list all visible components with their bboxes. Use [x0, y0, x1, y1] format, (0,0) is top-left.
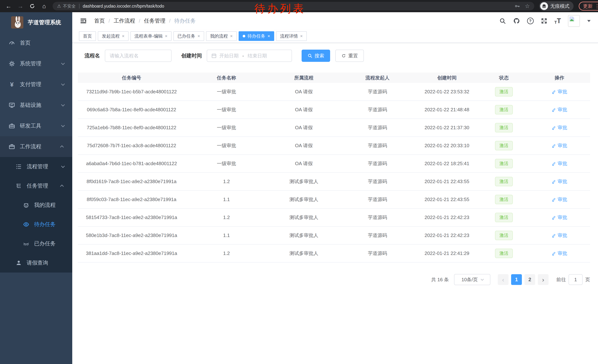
sidebar-item-todo-tasks[interactable]: 待办任务: [0, 215, 72, 234]
incognito-icon: [540, 2, 548, 10]
person-icon: [15, 259, 22, 267]
approve-link[interactable]: 审批: [552, 232, 567, 239]
status-badge: 激活: [495, 249, 513, 258]
tab[interactable]: 待办任务 ×: [239, 31, 274, 41]
bookmark-star-icon[interactable]: ☆: [525, 3, 530, 9]
goto-label: 前往: [556, 276, 566, 283]
cell-task-name: 一级审批: [185, 89, 268, 95]
yen-icon: ¥: [8, 81, 15, 88]
page-size-select[interactable]: 10条/页: [454, 274, 490, 285]
screenshot-stage: ← → ⌂ ⚠ 不安全 dashboard.yudao.iocoder.cn/b…: [0, 0, 598, 364]
cell-starter: 芋道源码: [340, 106, 415, 113]
tab[interactable]: 已办任务 ×: [173, 31, 204, 41]
breadcrumb-home[interactable]: 首页: [94, 17, 105, 25]
cell-starter: 芋道源码: [340, 160, 415, 167]
help-icon[interactable]: ?: [527, 18, 534, 24]
sidebar-item-workflow[interactable]: 工作流程: [0, 136, 72, 157]
browser-back-button[interactable]: ←: [3, 1, 14, 11]
sidebar-item-done-tasks[interactable]: 已办任务: [0, 234, 72, 253]
tab[interactable]: 我的流程 ×: [206, 31, 237, 41]
date-separator: -: [242, 53, 244, 59]
approve-link[interactable]: 审批: [552, 196, 567, 203]
prev-page-button[interactable]: ‹: [498, 274, 508, 285]
cell-starter: 芋道源码: [340, 178, 415, 185]
breadcrumb-workflow[interactable]: 工作流程: [114, 17, 135, 25]
tab-close-icon[interactable]: ×: [300, 34, 303, 38]
approve-link[interactable]: 审批: [552, 250, 567, 257]
cell-task-id: 75d72608-7b7f-11ec-a3c8-acde48001122: [78, 143, 185, 148]
tab-close-icon[interactable]: ×: [267, 34, 270, 38]
reload-icon: [29, 3, 35, 9]
tab-close-icon[interactable]: ×: [230, 34, 233, 38]
tab-close-icon[interactable]: ×: [165, 34, 167, 38]
browser-update-button[interactable]: 更新 ⋮: [579, 2, 598, 11]
process-name-label: 流程名: [84, 52, 100, 59]
tab[interactable]: 流程详情 ×: [276, 31, 307, 41]
tab-close-icon[interactable]: ×: [122, 34, 125, 38]
browser-reload-button[interactable]: [27, 1, 37, 11]
chevron-up-icon: [60, 185, 64, 188]
sidebar-item-process-management[interactable]: 流程管理: [0, 157, 72, 176]
cell-task-name: 1.1: [185, 233, 268, 238]
goto-page-input[interactable]: [569, 274, 583, 285]
cell-process: OA 请假: [268, 142, 340, 149]
security-label[interactable]: 不安全: [63, 3, 76, 9]
browser-forward-button[interactable]: →: [15, 1, 25, 11]
tab[interactable]: 首页 ×: [79, 31, 96, 41]
breadcrumb-current: 待办任务: [174, 17, 196, 25]
process-name-input[interactable]: [105, 50, 172, 62]
browser-menu-dots-icon[interactable]: ⋮: [594, 4, 598, 9]
date-range-picker[interactable]: 开始日期 - 结束日期: [207, 50, 292, 62]
start-date-placeholder[interactable]: 开始日期: [219, 53, 239, 59]
cell-created: 2022-01-21 22:43:55: [415, 179, 479, 184]
sidebar-item-payment[interactable]: ¥ 支付管理: [0, 74, 72, 95]
cell-status: 激活: [479, 123, 529, 132]
page-button-1[interactable]: 1: [511, 274, 522, 285]
sidebar-item-task-management[interactable]: 任务管理: [0, 176, 72, 195]
password-key-icon[interactable]: [515, 3, 520, 9]
sidebar-item-system[interactable]: 系统管理: [0, 53, 72, 74]
approve-link[interactable]: 审批: [552, 106, 567, 113]
sidebar-item-leave-query[interactable]: 请假查询: [0, 253, 72, 273]
end-date-placeholder[interactable]: 结束日期: [248, 53, 267, 59]
page-button-2[interactable]: 2: [524, 274, 535, 285]
avatar-caret-icon[interactable]: [587, 20, 590, 22]
breadcrumb-task-management[interactable]: 任务管理: [144, 17, 166, 25]
tab[interactable]: 流程表单-编辑 ×: [130, 31, 172, 41]
cell-starter: 芋道源码: [340, 89, 415, 95]
avatar[interactable]: [568, 15, 580, 27]
cell-created: 2022-01-22 21:37:30: [415, 125, 479, 130]
edit-pen-icon: [552, 126, 556, 130]
cell-process: 测试多审批人: [268, 196, 340, 203]
sidebar-item-devtools[interactable]: 研发工具: [0, 115, 72, 136]
cell-starter: 芋道源码: [340, 232, 415, 239]
tab-close-icon[interactable]: ×: [198, 34, 200, 38]
search-button[interactable]: 搜索: [302, 50, 330, 62]
sidebar-fold-button[interactable]: [80, 17, 87, 25]
github-icon[interactable]: [513, 17, 520, 24]
header-actions: ? TT: [499, 15, 590, 27]
app-logo-row[interactable]: 芋道管理系统: [0, 12, 72, 32]
table-header-row: 任务编号 任务名称 所属流程 流程发起人 创建时间 状态 操作: [78, 73, 590, 83]
edit-pen-icon: [552, 162, 556, 166]
reset-button[interactable]: 重置: [335, 50, 364, 62]
browser-address-bar[interactable]: ⚠ 不安全 dashboard.yudao.iocoder.cn/bpm/tas…: [53, 2, 534, 10]
sidebar-item-my-process[interactable]: 我的流程: [0, 195, 72, 215]
search-icon[interactable]: [499, 18, 506, 24]
url-text[interactable]: dashboard.yudao.iocoder.cn/bpm/task/todo: [83, 4, 510, 9]
approve-link[interactable]: 审批: [552, 214, 567, 221]
approve-link[interactable]: 审批: [552, 160, 567, 167]
edit-pen-icon: [552, 215, 556, 220]
cell-actions: 审批: [529, 250, 590, 257]
approve-link[interactable]: 审批: [552, 178, 567, 185]
sidebar-item-home[interactable]: 首页: [0, 32, 72, 53]
sidebar-item-infrastructure[interactable]: 基础设施: [0, 95, 72, 115]
approve-link[interactable]: 审批: [552, 142, 567, 149]
tab[interactable]: 发起流程 ×: [98, 31, 129, 41]
browser-home-button[interactable]: ⌂: [39, 1, 49, 11]
fullscreen-icon[interactable]: [541, 18, 548, 24]
font-size-icon[interactable]: TT: [555, 17, 561, 25]
approve-link[interactable]: 审批: [552, 89, 567, 95]
approve-link[interactable]: 审批: [552, 124, 567, 131]
next-page-button[interactable]: ›: [538, 274, 548, 285]
